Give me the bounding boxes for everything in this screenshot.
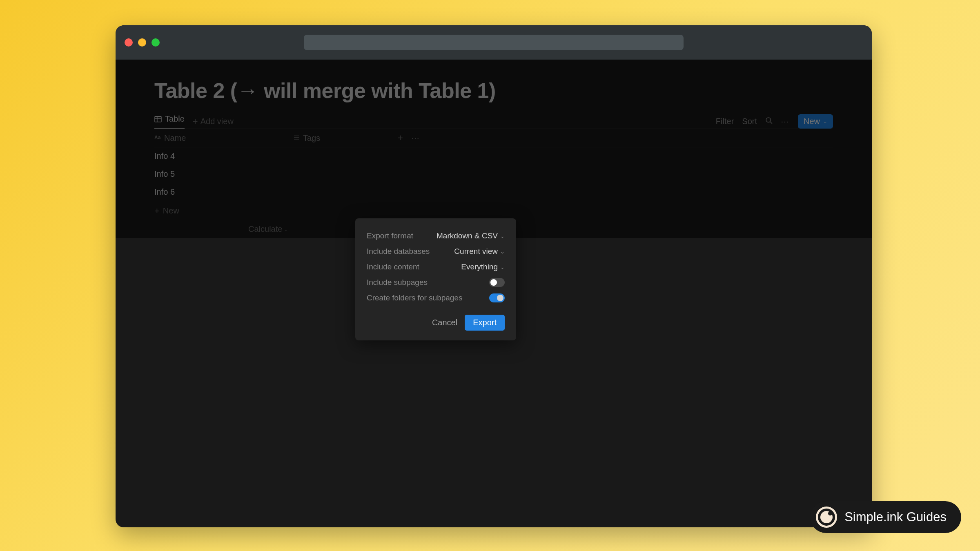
create-folders-row: Create folders for subpages	[367, 290, 505, 306]
include-content-label: Include content	[367, 262, 419, 271]
column-header-tags[interactable]: Tags	[293, 133, 395, 143]
calculate-button[interactable]: Calculate ⌄	[248, 224, 288, 234]
sort-button[interactable]: Sort	[742, 117, 757, 126]
page-content: Table 2 (→ will merge with Table 1) Tabl…	[116, 60, 872, 238]
column-header-name-label: Name	[164, 133, 186, 143]
include-databases-row: Include databases Current view ⌄	[367, 244, 505, 259]
maximize-window-button[interactable]	[151, 38, 160, 47]
plus-icon: +	[193, 117, 198, 126]
include-content-select[interactable]: Everything ⌄	[461, 262, 505, 271]
create-folders-toggle[interactable]	[489, 293, 505, 302]
svg-text:Aa: Aa	[154, 135, 161, 140]
export-format-row: Export format Markdown & CSV ⌄	[367, 228, 505, 244]
export-modal: Export format Markdown & CSV ⌄ Include d…	[355, 218, 516, 340]
toggle-knob	[497, 295, 503, 301]
title-bar	[116, 25, 872, 60]
new-row-button[interactable]: + New	[154, 201, 833, 220]
view-tab-label: Table	[165, 114, 185, 124]
brand-badge-text: Simple.ink Guides	[844, 510, 947, 524]
include-databases-label: Include databases	[367, 247, 430, 256]
add-view-label: Add view	[200, 117, 234, 126]
include-databases-value: Current view	[454, 247, 498, 256]
chevron-down-icon: ⌄	[500, 264, 505, 270]
toggle-knob	[490, 279, 497, 286]
column-add-controls: + ⋯	[398, 133, 420, 143]
close-window-button[interactable]	[125, 38, 133, 47]
table-row[interactable]: Info 5	[154, 165, 833, 183]
more-icon[interactable]: ⋯	[781, 117, 790, 127]
column-more-icon[interactable]: ⋯	[411, 133, 420, 143]
export-format-label: Export format	[367, 231, 413, 240]
svg-point-3	[766, 118, 771, 122]
new-button-label: New	[804, 117, 820, 126]
page-title[interactable]: Table 2 (→ will merge with Table 1)	[154, 78, 833, 103]
chevron-down-icon: ⌄	[284, 227, 288, 232]
cancel-button[interactable]: Cancel	[432, 318, 457, 327]
create-folders-label: Create folders for subpages	[367, 293, 462, 302]
window-controls	[125, 38, 160, 47]
table-header-row: Aa Name Tags + ⋯	[154, 129, 833, 147]
tab-table-view[interactable]: Table	[154, 114, 185, 129]
table-icon	[154, 116, 162, 123]
table-row[interactable]: Info 6	[154, 183, 833, 201]
include-content-row: Include content Everything ⌄	[367, 259, 505, 275]
new-row-label: New	[163, 206, 179, 216]
include-subpages-row: Include subpages	[367, 275, 505, 290]
export-button[interactable]: Export	[465, 315, 505, 331]
include-subpages-label: Include subpages	[367, 278, 428, 287]
text-property-icon: Aa	[154, 133, 161, 143]
modal-button-row: Cancel Export	[367, 315, 505, 331]
minimize-window-button[interactable]	[138, 38, 146, 47]
chevron-down-icon: ⌄	[500, 233, 505, 239]
brand-badge[interactable]: Simple.ink Guides	[810, 501, 961, 533]
chevron-down-icon: ⌄	[500, 249, 505, 255]
add-view-button[interactable]: + Add view	[193, 117, 234, 126]
column-header-tags-label: Tags	[303, 133, 320, 143]
multiselect-property-icon	[293, 133, 300, 143]
plus-icon: +	[154, 207, 160, 216]
export-format-value: Markdown & CSV	[437, 231, 498, 240]
view-bar: Table + Add view Filter Sort ⋯ New ⌄	[154, 114, 833, 129]
include-databases-select[interactable]: Current view ⌄	[454, 247, 505, 256]
url-bar[interactable]	[304, 35, 684, 50]
filter-button[interactable]: Filter	[716, 117, 734, 126]
brand-logo-icon	[816, 507, 837, 528]
add-column-button[interactable]: +	[398, 133, 403, 142]
export-format-select[interactable]: Markdown & CSV ⌄	[437, 231, 505, 240]
column-header-name[interactable]: Aa Name	[154, 133, 293, 143]
chevron-down-icon: ⌄	[823, 119, 827, 124]
new-button[interactable]: New ⌄	[798, 114, 833, 129]
include-content-value: Everything	[461, 262, 498, 271]
svg-line-4	[770, 122, 772, 124]
search-icon[interactable]	[765, 117, 773, 126]
view-toolbar: Filter Sort ⋯ New ⌄	[716, 114, 833, 129]
calculate-label: Calculate	[248, 224, 282, 234]
svg-rect-0	[155, 116, 161, 122]
include-subpages-toggle[interactable]	[489, 278, 505, 287]
table-row[interactable]: Info 4	[154, 147, 833, 165]
